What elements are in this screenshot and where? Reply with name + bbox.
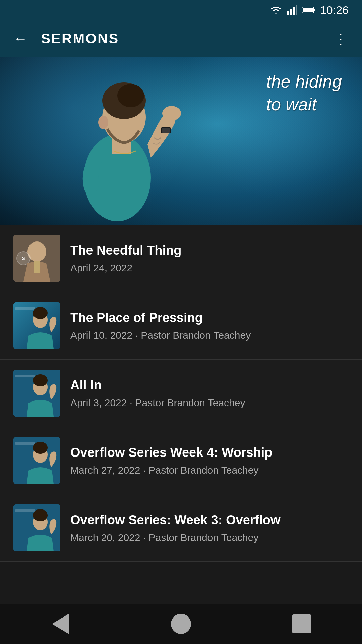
sermon-meta-3: March 27, 2022 · Pastor Brandon Teachey <box>70 465 349 476</box>
signal-icon <box>287 5 297 15</box>
hero-preacher-figure <box>47 64 188 225</box>
sermon-item-2[interactable]: All In April 3, 2022 · Pastor Brandon Te… <box>0 360 362 427</box>
back-triangle-icon <box>52 614 69 634</box>
sermon-title-2: All In <box>70 378 349 393</box>
status-icons: 10:26 <box>270 4 349 17</box>
nav-recent-button[interactable] <box>288 610 315 637</box>
svg-point-29 <box>33 374 48 386</box>
sermon-title-1: The Place of Pressing <box>70 310 349 326</box>
page-title: SERMONS <box>41 31 320 47</box>
thumbnail-svg-0: S <box>13 235 60 282</box>
svg-point-11 <box>117 84 144 107</box>
svg-rect-3 <box>296 5 297 15</box>
hero-text-overlay: the hiding to wait <box>266 70 342 116</box>
more-options-button[interactable]: ⋮ <box>333 30 349 47</box>
svg-rect-5 <box>314 9 315 11</box>
sermon-info-1: The Place of Pressing April 10, 2022 · P… <box>70 310 349 341</box>
svg-point-12 <box>162 106 181 121</box>
sermon-thumbnail-3 <box>13 437 60 484</box>
bottom-nav <box>0 604 362 644</box>
status-time: 10:26 <box>320 4 349 17</box>
sermon-item-1[interactable]: The Place of Pressing April 10, 2022 · P… <box>0 292 362 360</box>
svg-rect-6 <box>303 8 313 12</box>
hero-image: the hiding to wait <box>0 57 362 225</box>
app-header: ← SERMONS ⋮ <box>0 20 362 57</box>
sermon-meta-0: April 24, 2022 <box>70 262 349 274</box>
svg-rect-20 <box>34 261 40 273</box>
sermon-info-0: The Needful Thing April 24, 2022 <box>70 243 349 274</box>
status-bar: 10:26 <box>0 0 362 20</box>
thumbnail-svg-3 <box>13 437 60 484</box>
sermon-thumbnail-1 <box>13 302 60 349</box>
sermon-info-3: Overflow Series Week 4: Worship March 27… <box>70 445 349 476</box>
sermon-list: S The Needful Thing April 24, 2022 <box>0 225 362 562</box>
svg-rect-23 <box>15 307 35 310</box>
sermon-meta-1: April 10, 2022 · Pastor Brandon Teachey <box>70 330 349 341</box>
svg-rect-2 <box>293 7 295 15</box>
wifi-icon <box>270 5 282 15</box>
sermon-thumbnail-0: S <box>13 235 60 282</box>
sermon-item-4[interactable]: Overflow Series: Week 3: Overflow March … <box>0 494 362 562</box>
svg-rect-31 <box>15 442 35 445</box>
svg-point-25 <box>33 307 48 319</box>
sermon-meta-4: March 20, 2022 · Pastor Brandon Teachey <box>70 532 349 543</box>
sermon-meta-2: April 3, 2022 · Pastor Brandon Teachey <box>70 397 349 409</box>
sermon-info-4: Overflow Series: Week 3: Overflow March … <box>70 513 349 543</box>
svg-point-33 <box>33 442 48 454</box>
recent-square-icon <box>292 614 311 633</box>
svg-rect-35 <box>15 509 35 512</box>
thumbnail-svg-1 <box>13 302 60 349</box>
sermon-title-4: Overflow Series: Week 3: Overflow <box>70 513 349 528</box>
hero-text-line2: to wait <box>266 93 342 116</box>
sermon-item[interactable]: S The Needful Thing April 24, 2022 <box>0 225 362 292</box>
svg-rect-1 <box>290 9 292 15</box>
svg-rect-14 <box>162 128 170 133</box>
svg-rect-0 <box>287 11 289 15</box>
svg-point-37 <box>33 509 48 521</box>
svg-rect-27 <box>15 375 35 377</box>
battery-icon <box>302 6 315 14</box>
hero-text-line1: the hiding <box>266 70 342 93</box>
thumbnail-svg-4 <box>13 504 60 551</box>
sermon-title-0: The Needful Thing <box>70 243 349 258</box>
home-circle-icon <box>171 614 191 634</box>
sermon-item-3[interactable]: Overflow Series Week 4: Worship March 27… <box>0 427 362 494</box>
nav-home-button[interactable] <box>168 610 194 637</box>
thumbnail-svg-2 <box>13 370 60 417</box>
sermon-info-2: All In April 3, 2022 · Pastor Brandon Te… <box>70 378 349 409</box>
content-wrapper: the hiding to wait <box>0 57 362 602</box>
svg-text:S: S <box>22 256 25 261</box>
nav-back-button[interactable] <box>47 610 74 637</box>
sermon-thumbnail-2 <box>13 370 60 417</box>
sermon-title-3: Overflow Series Week 4: Worship <box>70 445 349 461</box>
sermon-thumbnail-4 <box>13 504 60 551</box>
back-button[interactable]: ← <box>13 32 27 46</box>
svg-point-15 <box>98 116 108 129</box>
